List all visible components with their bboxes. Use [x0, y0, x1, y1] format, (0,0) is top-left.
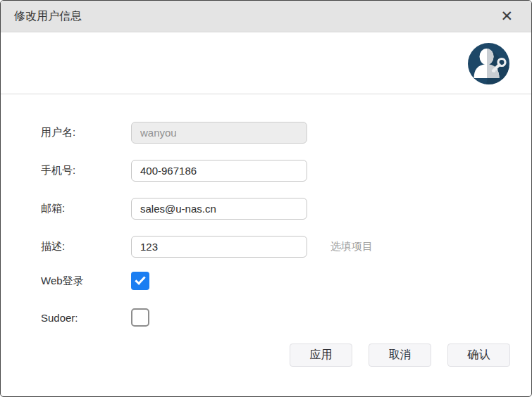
dialog-title: 修改用户信息 — [14, 9, 82, 24]
dialog-header — [1, 32, 531, 94]
field-row-description: 描述: 选填项目 — [41, 236, 531, 258]
check-row-sudoer: Sudoer: — [41, 308, 531, 327]
user-avatar-icon — [468, 43, 509, 84]
dialog-footer: 应用 取消 确认 — [290, 344, 510, 367]
field-row-username: 用户名: — [41, 122, 531, 144]
description-label: 描述: — [41, 240, 131, 253]
description-input[interactable] — [131, 236, 307, 258]
dialog-titlebar: 修改用户信息 ✕ — [1, 1, 531, 32]
field-row-phone: 手机号: — [41, 160, 531, 182]
edit-user-dialog: 修改用户信息 ✕ — [0, 0, 532, 397]
sudoer-label: Sudoer: — [41, 312, 131, 324]
checkmark-icon — [135, 274, 145, 285]
email-label: 邮箱: — [41, 202, 131, 215]
phone-input[interactable] — [131, 160, 307, 182]
phone-label: 手机号: — [41, 164, 131, 177]
dialog-body: 用户名: 手机号: 邮箱: 描述: 选填项目 Web登录 Sudoer: — [1, 94, 531, 396]
apply-button[interactable]: 应用 — [290, 344, 352, 367]
check-row-web-login: Web登录 — [41, 272, 531, 290]
username-label: 用户名: — [41, 126, 131, 139]
web-login-checkbox[interactable] — [131, 272, 149, 290]
confirm-button[interactable]: 确认 — [447, 344, 510, 367]
field-row-email: 邮箱: — [41, 198, 531, 220]
cancel-button[interactable]: 取消 — [369, 344, 431, 367]
web-login-label: Web登录 — [41, 275, 131, 288]
close-icon[interactable]: ✕ — [497, 8, 516, 25]
email-input[interactable] — [131, 198, 307, 220]
optional-hint: 选填项目 — [330, 240, 373, 253]
sudoer-checkbox[interactable] — [131, 308, 149, 327]
username-input[interactable] — [131, 122, 307, 144]
